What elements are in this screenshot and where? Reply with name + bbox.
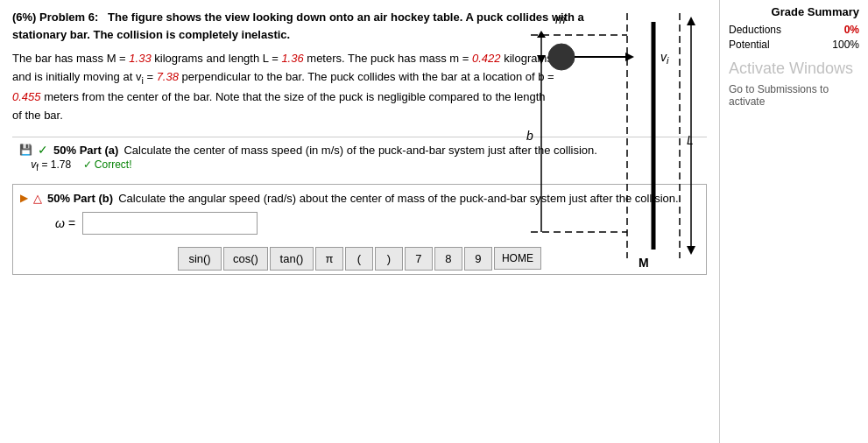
- potential-label: Potential: [729, 39, 770, 51]
- diagram-svg: m vi b L M: [478, 4, 706, 276]
- cos-button[interactable]: cos(): [223, 247, 268, 271]
- triangle-icon: ▶: [20, 192, 28, 204]
- svg-text:m: m: [555, 12, 566, 26]
- svg-text:vi: vi: [660, 50, 669, 66]
- left-panel: (6%) Problem 6: The figure shows the vie…: [0, 0, 719, 443]
- submissions-text: Go to Submissions to activate: [729, 83, 859, 108]
- check-icon: ✓: [38, 143, 48, 157]
- svg-marker-17: [687, 17, 695, 25]
- problem-desc2: The bar has mass M = 1.33 kilograms and …: [12, 50, 555, 124]
- diagram-area: m vi b L M: [478, 4, 715, 285]
- deductions-label: Deductions: [729, 24, 781, 36]
- problem-header: (6%) Problem 6:: [12, 11, 98, 24]
- desc2-mid4: =: [144, 70, 157, 83]
- M-value: 1.33: [129, 52, 151, 65]
- svg-point-5: [548, 44, 575, 70]
- L-value: 1.36: [281, 52, 303, 65]
- grade-title: Grade Summary: [729, 5, 859, 18]
- svg-text:M: M: [639, 256, 649, 270]
- potential-row: Potential 100%: [729, 39, 859, 51]
- warning-icon: △: [33, 192, 42, 205]
- potential-value: 100%: [832, 39, 859, 51]
- svg-text:L: L: [687, 133, 694, 147]
- rparen-button[interactable]: ): [375, 247, 403, 271]
- sin-button[interactable]: sin(): [178, 247, 222, 271]
- vf-val: = 1.78: [41, 158, 71, 171]
- omega-label: ω =: [55, 216, 75, 230]
- lparen-button[interactable]: (: [345, 247, 373, 271]
- activate-windows-text: Activate Windows: [729, 58, 859, 80]
- desc2-mid2: meters. The puck has mass m =: [304, 52, 472, 65]
- svg-text:b: b: [526, 129, 533, 143]
- svg-marker-7: [625, 53, 634, 61]
- desc2-mid1: kilograms and length L =: [152, 52, 282, 65]
- part-a-label: 50% Part (a): [53, 144, 118, 157]
- save-icon: 💾: [19, 144, 32, 156]
- b-value: 0.455: [12, 90, 41, 103]
- part-b-label: 50% Part (b): [47, 192, 113, 205]
- desc2-prefix: The bar has mass M =: [12, 52, 129, 65]
- svg-marker-18: [687, 246, 695, 255]
- tan-button[interactable]: tan(): [270, 247, 314, 271]
- pi-button[interactable]: π: [315, 247, 343, 271]
- grade-panel: Grade Summary Deductions 0% Potential 10…: [719, 0, 868, 443]
- svg-marker-11: [537, 31, 546, 38]
- vi-value: 7.38: [157, 70, 179, 83]
- omega-input[interactable]: [82, 212, 258, 235]
- correct-label: ✓ Correct!: [83, 158, 132, 171]
- vf-label: vf: [31, 158, 39, 171]
- desc2-end: meters from the center of the bar. Note …: [12, 90, 545, 122]
- deductions-value: 0%: [844, 24, 859, 36]
- eight-button[interactable]: 8: [434, 247, 462, 271]
- seven-button[interactable]: 7: [405, 247, 433, 271]
- deductions-row: Deductions 0%: [729, 24, 859, 36]
